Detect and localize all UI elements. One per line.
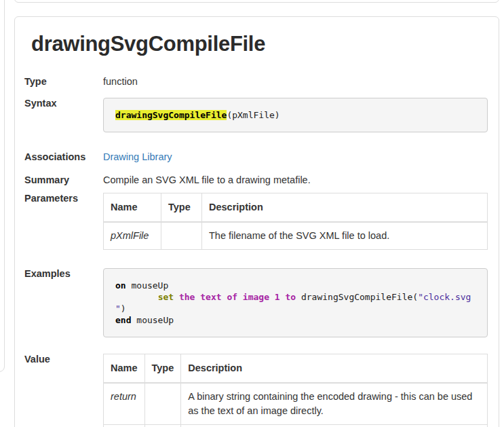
table-cell: An error string if an error occurred. <box>181 424 488 427</box>
code-token: end <box>115 315 131 325</box>
summary-row: Summary Compile an SVG XML file to a dra… <box>24 173 488 185</box>
associations-row: Associations Drawing Library <box>24 150 488 162</box>
type-label: Type <box>24 75 103 87</box>
code-token: the text of image 1 to <box>179 292 296 302</box>
table-cell: The filename of the SVG XML file to load… <box>202 222 488 250</box>
code-token: ) <box>121 303 126 314</box>
left-panel-edge <box>0 0 5 372</box>
examples-code-block: on mouseUp set the text of image 1 to dr… <box>103 268 488 337</box>
code-token: mouseUp <box>131 315 174 325</box>
syntax-row: Syntax drawingSvgCompileFile(pXmlFile) <box>24 96 488 132</box>
associations-label: Associations <box>24 150 103 162</box>
table-cell: return <box>104 383 145 425</box>
associations-value: Drawing Library <box>103 150 488 162</box>
summary-value: Compile an SVG XML file to a drawing met… <box>103 173 488 185</box>
examples-value: on mouseUp set the text of image 1 to dr… <box>103 267 488 337</box>
table-cell <box>161 222 202 250</box>
type-value: function <box>103 75 488 87</box>
parameters-value: NameTypeDescriptionpXmlFileThe filename … <box>103 191 488 250</box>
type-row: Type function <box>24 75 488 87</box>
value-table: NameTypeDescriptionreturnA binary string… <box>103 354 488 427</box>
table-cell: A binary string containing the encoded d… <box>181 383 488 425</box>
table-row: returnA binary string containing the enc… <box>104 383 488 425</box>
code-token: "clock.svg <box>418 292 471 302</box>
value-label: Value <box>24 352 103 365</box>
table-header-cell: Type <box>144 354 181 383</box>
parameters-label: Parameters <box>24 191 103 204</box>
parameters-table: NameTypeDescriptionpXmlFileThe filename … <box>103 193 488 250</box>
examples-row: Examples on mouseUp set the text of imag… <box>24 267 488 337</box>
code-token: mouseUp <box>126 280 169 291</box>
table-header-row: NameTypeDescription <box>104 193 488 222</box>
syntax-code-block: drawingSvgCompileFile(pXmlFile) <box>103 98 488 132</box>
code-token: set <box>158 292 174 302</box>
code-token <box>174 292 179 302</box>
code-token: (pXmlFile) <box>227 110 279 120</box>
table-header-row: NameTypeDescription <box>104 354 488 383</box>
examples-label: Examples <box>24 267 103 279</box>
code-token <box>115 292 158 302</box>
code-token: " <box>115 303 121 314</box>
table-row: pXmlFileThe filename of the SVG XML file… <box>104 222 488 250</box>
previous-entry-card-edge <box>14 0 499 3</box>
table-header-cell: Description <box>181 354 488 383</box>
page-title: drawingSvgCompileFile <box>31 32 488 56</box>
table-header-cell: Description <box>202 193 488 222</box>
table-cell: pXmlFile <box>104 222 161 250</box>
table-cell <box>144 424 181 427</box>
table-cell: the result <box>104 424 145 427</box>
table-header-cell: Type <box>161 193 202 222</box>
drawing-library-link[interactable]: Drawing Library <box>103 151 172 162</box>
table-header-cell: Name <box>104 354 145 383</box>
data-table: NameTypeDescriptionreturnA binary string… <box>103 354 488 427</box>
value-row: Value NameTypeDescriptionreturnA binary … <box>24 352 488 427</box>
code-token: drawingSvgCompileFile( <box>296 292 418 302</box>
table-row: the resultAn error string if an error oc… <box>104 424 488 427</box>
code-token: drawingSvgCompileFile <box>115 110 227 120</box>
value-value: NameTypeDescriptionreturnA binary string… <box>103 352 488 427</box>
parameters-row: Parameters NameTypeDescriptionpXmlFileTh… <box>24 191 488 250</box>
data-table: NameTypeDescriptionpXmlFileThe filename … <box>103 193 488 250</box>
syntax-value: drawingSvgCompileFile(pXmlFile) <box>103 96 488 132</box>
table-cell <box>144 383 181 425</box>
table-header-cell: Name <box>104 193 161 222</box>
dictionary-entry-card: drawingSvgCompileFile Type function Synt… <box>14 16 499 427</box>
syntax-label: Syntax <box>24 96 103 109</box>
summary-label: Summary <box>24 173 103 185</box>
code-token: on <box>115 280 126 291</box>
